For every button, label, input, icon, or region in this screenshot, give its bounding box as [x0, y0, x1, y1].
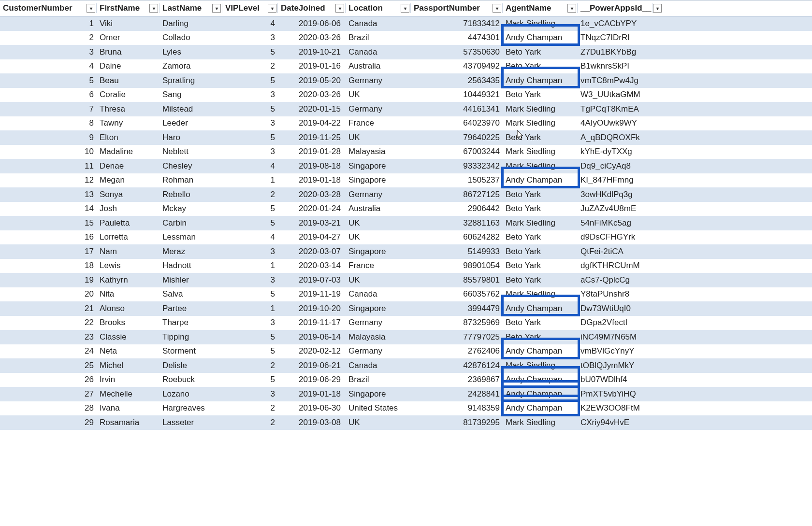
- cell-viplevel[interactable]: 1: [222, 304, 278, 313]
- cell-lastname[interactable]: Lasseter: [160, 418, 222, 427]
- cell-passportnumber[interactable]: 32881163: [411, 218, 503, 228]
- filter-dropdown-icon[interactable]: ▾: [212, 4, 221, 13]
- cell-viplevel[interactable]: 3: [222, 118, 278, 128]
- table-row[interactable]: 9EltonHaro52019-11-25UK79640225Beto Yark…: [0, 130, 812, 145]
- cell-location[interactable]: Canada: [346, 47, 411, 57]
- cell-location[interactable]: Australia: [346, 204, 411, 213]
- cell-powerappsid[interactable]: W3_UUtkaGMM: [578, 90, 652, 100]
- table-row[interactable]: 5BeauSpratling52019-05-20Germany2563435A…: [0, 73, 812, 88]
- cell-datejoined[interactable]: 2020-03-14: [278, 261, 346, 270]
- cell-customernumber[interactable]: 17: [0, 247, 97, 256]
- column-header-datejoined[interactable]: DateJoined▾: [278, 3, 346, 13]
- table-row[interactable]: 21AlonsoPartee12019-10-20Singapore399447…: [0, 301, 812, 316]
- cell-customernumber[interactable]: 14: [0, 204, 97, 213]
- cell-location[interactable]: Singapore: [346, 161, 411, 171]
- cell-location[interactable]: UK: [346, 418, 411, 427]
- cell-viplevel[interactable]: 2: [222, 190, 278, 199]
- cell-agentname[interactable]: Mark Siedling: [503, 104, 578, 114]
- cell-passportnumber[interactable]: 87325969: [411, 318, 503, 327]
- cell-customernumber[interactable]: 24: [0, 346, 97, 356]
- cell-lastname[interactable]: Lozano: [160, 389, 222, 399]
- cell-firstname[interactable]: Nam: [97, 247, 160, 256]
- cell-lastname[interactable]: Partee: [160, 304, 222, 313]
- cell-passportnumber[interactable]: 42876124: [411, 361, 503, 370]
- cell-passportnumber[interactable]: 93332342: [411, 161, 503, 171]
- cell-powerappsid[interactable]: Dw73WtiUqI0: [578, 304, 652, 313]
- cell-powerappsid[interactable]: Z7Du1BKYbBg: [578, 47, 652, 57]
- cell-datejoined[interactable]: 2020-01-15: [278, 104, 346, 114]
- cell-firstname[interactable]: Irvin: [97, 375, 160, 384]
- cell-customernumber[interactable]: 23: [0, 332, 97, 342]
- column-header-passportnumber[interactable]: PassportNumber▾: [411, 3, 503, 13]
- cell-viplevel[interactable]: 4: [222, 19, 278, 28]
- cell-firstname[interactable]: Viki: [97, 19, 160, 28]
- cell-passportnumber[interactable]: 64023970: [411, 118, 503, 128]
- cell-customernumber[interactable]: 21: [0, 304, 97, 313]
- filter-dropdown-icon[interactable]: ▾: [653, 4, 662, 13]
- cell-datejoined[interactable]: 2019-03-08: [278, 418, 346, 427]
- filter-dropdown-icon[interactable]: ▾: [493, 4, 501, 13]
- cell-passportnumber[interactable]: 71833412: [411, 19, 503, 28]
- cell-firstname[interactable]: Elton: [97, 133, 160, 142]
- cell-location[interactable]: UK: [346, 275, 411, 285]
- cell-passportnumber[interactable]: 43709492: [411, 61, 503, 71]
- cell-datejoined[interactable]: 2019-01-18: [278, 175, 346, 185]
- table-row[interactable]: 8TawnyLeeder32019-04-22France64023970Mar…: [0, 116, 812, 131]
- cell-lastname[interactable]: Lessman: [160, 232, 222, 242]
- cell-location[interactable]: Australia: [346, 61, 411, 71]
- cell-agentname[interactable]: Andy Champan: [503, 76, 578, 85]
- cell-datejoined[interactable]: 2020-03-28: [278, 190, 346, 199]
- table-row[interactable]: 20NitaSalva52019-11-19Canada66035762Mark…: [0, 287, 812, 302]
- cell-powerappsid[interactable]: 54nFiMKc5ag: [578, 218, 652, 228]
- cell-powerappsid[interactable]: JuZAZv4U8mE: [578, 204, 652, 213]
- filter-dropdown-icon[interactable]: ▾: [401, 4, 409, 13]
- column-header-agentname[interactable]: AgentName▾: [503, 3, 578, 13]
- table-row[interactable]: 3BrunaLyles52019-10-21Canada57350630Beto…: [0, 45, 812, 59]
- cell-location[interactable]: Malayasia: [346, 332, 411, 342]
- cell-powerappsid[interactable]: kYhE-dyTXXg: [578, 147, 652, 156]
- cell-viplevel[interactable]: 5: [222, 332, 278, 342]
- cell-powerappsid[interactable]: vmTC8mPw4Jg: [578, 76, 652, 85]
- cell-datejoined[interactable]: 2019-06-21: [278, 361, 346, 370]
- cell-datejoined[interactable]: 2019-01-18: [278, 389, 346, 399]
- cell-agentname[interactable]: Mark Siedling: [503, 361, 578, 370]
- cell-viplevel[interactable]: 5: [222, 289, 278, 299]
- column-header-customernumber[interactable]: CustomerNumber▾: [0, 3, 97, 13]
- cell-customernumber[interactable]: 7: [0, 104, 97, 114]
- cell-customernumber[interactable]: 4: [0, 61, 97, 71]
- cell-agentname[interactable]: Andy Champan: [503, 375, 578, 384]
- table-row[interactable]: 28IvanaHargreaves22019-06-30United State…: [0, 401, 812, 416]
- cell-customernumber[interactable]: 11: [0, 161, 97, 171]
- cell-datejoined[interactable]: 2019-06-30: [278, 403, 346, 413]
- cell-datejoined[interactable]: 2019-04-27: [278, 232, 346, 242]
- cell-viplevel[interactable]: 2: [222, 61, 278, 71]
- cell-agentname[interactable]: Mark Siedling: [503, 118, 578, 128]
- table-row[interactable]: 29RosamariaLasseter22019-03-08UK81739295…: [0, 415, 812, 430]
- cell-agentname[interactable]: Mark Siedling: [503, 418, 578, 427]
- cell-lastname[interactable]: Milstead: [160, 104, 222, 114]
- cell-lastname[interactable]: Carbin: [160, 218, 222, 228]
- column-header-firstname[interactable]: FirstName▾: [97, 3, 160, 13]
- cell-firstname[interactable]: Bruna: [97, 47, 160, 57]
- cell-customernumber[interactable]: 22: [0, 318, 97, 327]
- cell-lastname[interactable]: Sang: [160, 90, 222, 100]
- cell-location[interactable]: Canada: [346, 361, 411, 370]
- cell-customernumber[interactable]: 2: [0, 33, 97, 43]
- cell-agentname[interactable]: Mark Siedling: [503, 19, 578, 28]
- cell-powerappsid[interactable]: DGpa2VfectI: [578, 318, 652, 327]
- cell-powerappsid[interactable]: tOBlQJymMkY: [578, 361, 652, 370]
- cell-datejoined[interactable]: 2019-01-16: [278, 61, 346, 71]
- cell-viplevel[interactable]: 5: [222, 204, 278, 213]
- table-row[interactable]: 27MechelleLozano32019-01-18Singapore2428…: [0, 387, 812, 401]
- cell-passportnumber[interactable]: 1505237: [411, 175, 503, 185]
- cell-agentname[interactable]: Mark Siedling: [503, 289, 578, 299]
- cell-powerappsid[interactable]: d9DsCFHGYrk: [578, 232, 652, 242]
- table-row[interactable]: 15PaulettaCarbin52019-03-21UK32881163Mar…: [0, 216, 812, 230]
- cell-viplevel[interactable]: 1: [222, 175, 278, 185]
- cell-datejoined[interactable]: 2020-03-26: [278, 90, 346, 100]
- cell-datejoined[interactable]: 2019-06-14: [278, 332, 346, 342]
- cell-agentname[interactable]: Andy Champan: [503, 175, 578, 185]
- cell-location[interactable]: Germany: [346, 346, 411, 356]
- cell-datejoined[interactable]: 2019-11-25: [278, 133, 346, 142]
- cell-viplevel[interactable]: 4: [222, 232, 278, 242]
